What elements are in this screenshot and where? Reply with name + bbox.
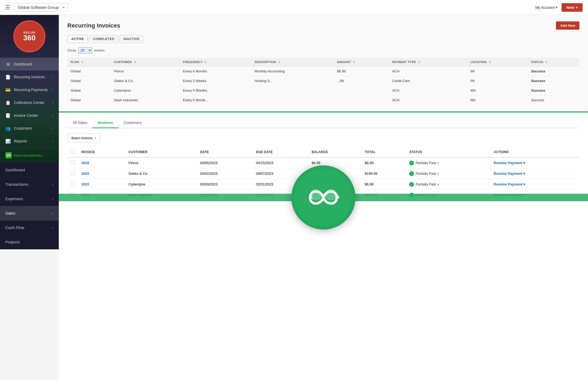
status-chevron-icon[interactable]: ▾	[438, 172, 439, 175]
chevron-right-icon: ›	[52, 211, 53, 215]
dashboard-icon: ⊞	[5, 61, 11, 67]
top-bar-left: ☰ Global Software Group ▾	[5, 3, 68, 11]
recur-tabs: ACTIVE COMPLETED INACTIVE	[67, 35, 579, 43]
col-description[interactable]: DESCRIPTION ⇅	[251, 58, 334, 67]
col-customer[interactable]: CUSTOMER ⇅	[111, 58, 180, 67]
new-button[interactable]: New +	[562, 3, 583, 12]
status-chevron-icon[interactable]: ▾	[438, 183, 439, 186]
batch-chevron-icon: ▾	[95, 137, 96, 139]
action-chevron-icon: ▾	[523, 172, 525, 176]
chevron-right-icon: ›	[52, 197, 53, 201]
col-amount[interactable]: AMOUNT ⇅	[334, 58, 389, 67]
chevron-right-icon: ›	[52, 75, 53, 79]
chevron-right-icon: ›	[52, 101, 53, 104]
show-entries: Show 2050100 entries	[67, 47, 579, 53]
row-checkbox[interactable]	[71, 171, 75, 175]
qb-nav-transactions[interactable]: Transactions ›	[0, 177, 59, 192]
recur-section: Recurring Invoices Add New ACTIVE COMPLE…	[59, 15, 588, 113]
chevron-right-icon: ›	[52, 139, 53, 143]
recur-sidebar: RECUR 360 ⊞ Dashboard ›	[0, 15, 59, 163]
invoices-table: INVOICE CUSTOMER DATE DUE DATE BALANCE T…	[67, 147, 579, 200]
sort-icon: ⇅	[204, 61, 207, 64]
qb-nav-projects[interactable]: Projects	[0, 235, 59, 249]
sidebar-item-collections-center[interactable]: 📋 Collections Center ›	[0, 96, 59, 109]
sidebar-item-label: Customers	[14, 126, 32, 130]
sidebar-item-recurring-invoices[interactable]: 📄 Recurring Invoices ›	[0, 71, 59, 83]
sidebar-item-label: Invoice Center	[14, 113, 38, 118]
company-selector[interactable]: Global Software Group ▾	[14, 3, 68, 11]
company-dropdown-icon: ▾	[63, 6, 64, 9]
my-account-button[interactable]: My Account ▾	[535, 5, 557, 10]
action-chevron-icon: ▾	[523, 182, 525, 186]
sidebar-item-label: Recurring Invoices	[14, 75, 45, 79]
sidebar-item-label: Recurring Payments	[14, 88, 48, 92]
tab-active[interactable]: ACTIVE	[67, 35, 88, 43]
col-date: DATE	[197, 147, 253, 157]
status-check-icon: ✓	[409, 171, 414, 176]
col-payment-type[interactable]: PAYMENT TYPE ⇅	[389, 58, 467, 67]
sort-icon: ⇅	[134, 61, 136, 64]
tab-completed[interactable]: COMPLETED	[89, 35, 118, 43]
qb-nav-sales[interactable]: Sales ›	[0, 206, 59, 220]
sidebar-item-invoice-center[interactable]: 📑 Invoice Center ›	[0, 109, 59, 122]
chevron-right-icon: ›	[52, 62, 53, 66]
col-due-date: DUE DATE	[253, 147, 308, 157]
add-new-button[interactable]: Add New	[556, 21, 579, 30]
sidebar-item-customers[interactable]: 👥 Customers ›	[0, 122, 59, 135]
row-checkbox[interactable]	[71, 182, 75, 186]
entries-select[interactable]: 2050100	[78, 47, 92, 53]
batch-actions-button[interactable]: Batch Actions ▾	[67, 134, 100, 142]
tab-all-sales[interactable]: All Sales	[67, 118, 92, 128]
page-title: Recurring Invoices	[67, 22, 120, 29]
col-location[interactable]: LOCATION ⇅	[467, 58, 528, 67]
main-content: Recurring Invoices Add New ACTIVE COMPLE…	[59, 15, 588, 380]
select-all-checkbox[interactable]	[71, 149, 75, 154]
new-plus-icon: +	[576, 5, 578, 10]
qb-nav-expenses[interactable]: Expenses ›	[0, 192, 59, 206]
sidebar-item-dashboard[interactable]: ⊞ Dashboard ›	[0, 58, 59, 71]
status-chevron-icon[interactable]: ▾	[438, 161, 439, 164]
sort-icon: ⇅	[418, 61, 420, 64]
table-row: Global Gekko & Co. Every 2 Weeks Hosting…	[67, 76, 579, 86]
tab-inactive[interactable]: INACTIVE	[119, 35, 144, 43]
chevron-right-icon: ›	[52, 226, 53, 230]
recurring-invoices-icon: 📄	[5, 74, 11, 80]
table-row: Global Stark Industries Every 6 Month...…	[67, 95, 579, 105]
sidebar-item-label: Dashboard	[14, 62, 32, 66]
sidebar-item-recurring-payments[interactable]: 💳 Recurring Payments ›	[0, 83, 59, 96]
tab-customers[interactable]: Customers	[118, 118, 147, 128]
sidebar-item-reports[interactable]: 📊 Reports ›	[0, 135, 59, 148]
sort-icon: ⇅	[353, 61, 355, 64]
col-status[interactable]: STATUS ⇅	[528, 58, 579, 67]
col-plan[interactable]: PLAN ⇅	[67, 58, 111, 67]
table-row: 1033 Gekko & Co. 04/02/2023 04/07/2023 $…	[67, 168, 579, 179]
reports-icon: 📊	[5, 138, 11, 144]
customers-icon: 👥	[5, 126, 11, 131]
receive-payment-link[interactable]: Receive Payment ▾	[494, 182, 576, 186]
col-balance: BALANCE	[308, 147, 362, 157]
sidebar-item-label: Collections Center	[14, 100, 44, 105]
col-customer: CUSTOMER	[125, 147, 197, 157]
tab-invoices[interactable]: Invoices	[92, 118, 118, 128]
chevron-right-icon: ›	[52, 126, 53, 130]
my-account-chevron-icon: ▾	[556, 6, 557, 9]
qb-content-tabs: All Sales Invoices Customers	[67, 118, 579, 128]
chevron-right-icon: ›	[52, 182, 53, 187]
col-invoice: INVOICE	[78, 147, 125, 157]
chevron-right-icon: ›	[52, 114, 53, 117]
green-bar-overlay	[59, 194, 588, 201]
row-checkbox[interactable]	[71, 160, 75, 165]
receive-payment-link[interactable]: Receive Payment ▾	[494, 172, 576, 176]
hamburger-button[interactable]: ☰	[5, 4, 10, 11]
qb-nav-cash-flow[interactable]: Cash Flow ›	[0, 220, 59, 235]
company-name: Global Software Group	[18, 5, 59, 10]
qb-nav-dashboard[interactable]: Dashboard	[0, 163, 59, 177]
table-row: 1033 Cyberdyne 03/30/2023 03/31/2023 $6.…	[67, 179, 579, 190]
sidebars: RECUR 360 ⊞ Dashboard ›	[0, 15, 59, 380]
table-row: 1033 Peirce 04/05/2023 04/15/2023 $6.99 …	[67, 157, 579, 168]
sort-icon: ⇅	[81, 61, 84, 64]
table-row: Global Cyberdyne Every 6 Months ACH WA S…	[67, 86, 579, 95]
status-check-icon: ✓	[409, 161, 414, 165]
receive-payment-link[interactable]: Receive Payment ▾	[494, 161, 576, 165]
col-frequency[interactable]: FREQUENCY ⇅	[180, 58, 252, 67]
